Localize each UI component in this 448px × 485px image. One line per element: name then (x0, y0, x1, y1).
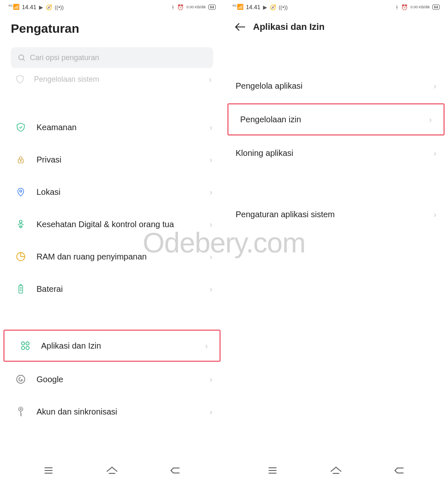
bluetooth-icon: ᚼ (171, 4, 175, 10)
settings-item-lokasi[interactable]: Lokasi › (0, 176, 224, 208)
svg-point-12 (22, 342, 25, 345)
svg-point-3 (20, 160, 21, 161)
back-arrow-icon[interactable] (235, 23, 246, 31)
home-button[interactable] (328, 464, 344, 477)
chevron-right-icon: › (429, 115, 432, 124)
battery-icon (15, 283, 27, 295)
svg-point-5 (19, 220, 22, 223)
status-bar: 4G📶 14.41 ▶ 🧭 ((•)) ᚼ ⏰ 0.00 KB/dtk 64 (0, 0, 224, 14)
compass-icon: 🧭 (46, 4, 52, 10)
signal-icon: 4G📶 (232, 4, 243, 10)
apps-item-sistem-apps[interactable]: Pengaturan aplikasi sistem › (224, 198, 448, 230)
svg-point-18 (20, 409, 22, 410)
heart-person-icon (15, 218, 27, 230)
apps-item-pengelolaan-izin[interactable]: Pengelolaan izin › (229, 104, 443, 134)
svg-point-16 (17, 375, 25, 383)
apps-item-pengelola-aplikasi[interactable]: Pengelola aplikasi › (224, 70, 448, 102)
svg-line-1 (23, 59, 25, 61)
nav-bar (224, 460, 448, 485)
settings-item-label: Baterai (37, 284, 200, 294)
chevron-right-icon: › (209, 123, 212, 132)
chevron-right-icon: › (433, 148, 436, 158)
screen-settings: 4G📶 14.41 ▶ 🧭 ((•)) ᚼ ⏰ 0.00 KB/dtk 64 P… (0, 0, 224, 485)
chevron-right-icon: › (205, 341, 208, 351)
svg-point-15 (26, 347, 29, 350)
apps-item-label: Pengelola aplikasi (236, 81, 433, 91)
settings-item-ram[interactable]: RAM dan ruang penyimpanan › (0, 240, 224, 273)
net-rate: 0.00 KB/dtk (410, 5, 430, 9)
battery-icon: 64 (432, 5, 440, 10)
alarm-icon: ⏰ (177, 4, 184, 10)
settings-item-label: RAM dan ruang penyimpanan (37, 252, 200, 262)
back-button[interactable] (167, 464, 184, 477)
back-button[interactable] (391, 464, 408, 477)
apps-item-kloning[interactable]: Kloning aplikasi › (224, 137, 448, 169)
chevron-right-icon: › (209, 187, 212, 197)
svg-point-14 (22, 347, 25, 350)
battery-icon: 64 (208, 5, 216, 10)
settings-item-label: Privasi (37, 155, 200, 165)
location-pin-icon (15, 186, 27, 198)
shield-check-icon (15, 121, 27, 133)
settings-item-baterai[interactable]: Baterai › (0, 273, 224, 305)
svg-rect-7 (19, 286, 22, 293)
chevron-right-icon: › (209, 252, 212, 262)
settings-item-aplikasi-izin[interactable]: Aplikasi dan Izin › (5, 331, 219, 361)
home-button[interactable] (104, 464, 120, 477)
recents-button[interactable] (40, 464, 57, 477)
net-rate: 0.00 KB/dtk (186, 5, 206, 9)
svg-rect-8 (20, 284, 22, 286)
settings-item-label: Kesehatan Digital & kontrol orang tua (37, 220, 200, 229)
search-placeholder: Cari opsi pengaturan (30, 53, 99, 62)
google-icon (15, 373, 27, 385)
apps-item-label: Pengaturan aplikasi sistem (236, 210, 433, 219)
page-title: Pengaturan (0, 14, 224, 44)
svg-point-4 (20, 190, 22, 192)
chevron-right-icon: › (209, 155, 212, 165)
play-icon: ▶ (263, 4, 267, 10)
settings-item-akun-sinkronisasi[interactable]: Akun dan sinkronisasi › (0, 395, 224, 428)
highlight-aplikasi-izin: Aplikasi dan Izin › (3, 330, 221, 362)
settings-item-google[interactable]: Google › (0, 363, 224, 395)
highlight-pengelolaan-izin: Pengelolaan izin › (227, 103, 445, 136)
settings-item-label: Akun dan sinkronisasi (37, 407, 200, 417)
status-time: 14.41 (22, 4, 37, 10)
settings-item-system-management-peek[interactable]: Pengelolaan sistem › (0, 70, 224, 88)
settings-item-kesehatan-digital[interactable]: Kesehatan Digital & kontrol orang tua › (0, 208, 224, 240)
bluetooth-icon: ᚼ (395, 4, 399, 10)
settings-item-privasi[interactable]: Privasi › (0, 143, 224, 176)
header-title: Aplikasi dan Izin (253, 22, 324, 32)
recents-button[interactable] (264, 464, 281, 477)
hotspot-icon: ((•)) (279, 4, 288, 10)
compass-icon: 🧭 (270, 4, 276, 10)
svg-point-17 (19, 407, 23, 411)
chevron-right-icon: › (209, 284, 212, 294)
apps-grid-icon (19, 340, 31, 352)
status-bar: 4G📶 14.41 ▶ 🧭 ((•)) ᚼ ⏰ 0.00 KB/dtk 64 (224, 0, 448, 14)
pie-chart-icon (15, 251, 27, 262)
header: Aplikasi dan Izin (224, 14, 448, 41)
settings-item-label: Aplikasi dan Izin (41, 341, 195, 351)
chevron-right-icon: › (433, 81, 436, 91)
settings-item-label: Google (37, 375, 200, 384)
signal-icon: 4G📶 (8, 4, 19, 10)
screen-apps-permissions: 4G📶 14.41 ▶ 🧭 ((•)) ᚼ ⏰ 0.00 KB/dtk 64 A… (224, 0, 448, 485)
svg-point-13 (26, 342, 29, 345)
nav-bar (0, 460, 224, 485)
chevron-right-icon: › (209, 75, 212, 84)
svg-point-0 (19, 55, 24, 60)
lock-icon (15, 154, 27, 165)
search-input[interactable]: Cari opsi pengaturan (11, 47, 213, 68)
status-time: 14.41 (246, 4, 261, 10)
settings-item-keamanan[interactable]: Keamanan › (0, 111, 224, 143)
peek-label: Pengelolaan sistem (34, 75, 99, 84)
play-icon: ▶ (39, 4, 43, 10)
settings-item-label: Lokasi (37, 187, 200, 197)
hotspot-icon: ((•)) (55, 4, 64, 10)
settings-item-label: Keamanan (37, 123, 200, 132)
alarm-icon: ⏰ (401, 4, 408, 10)
chevron-right-icon: › (209, 375, 212, 384)
apps-item-label: Pengelolaan izin (240, 115, 429, 124)
key-icon (15, 406, 27, 417)
shield-icon (15, 74, 25, 84)
